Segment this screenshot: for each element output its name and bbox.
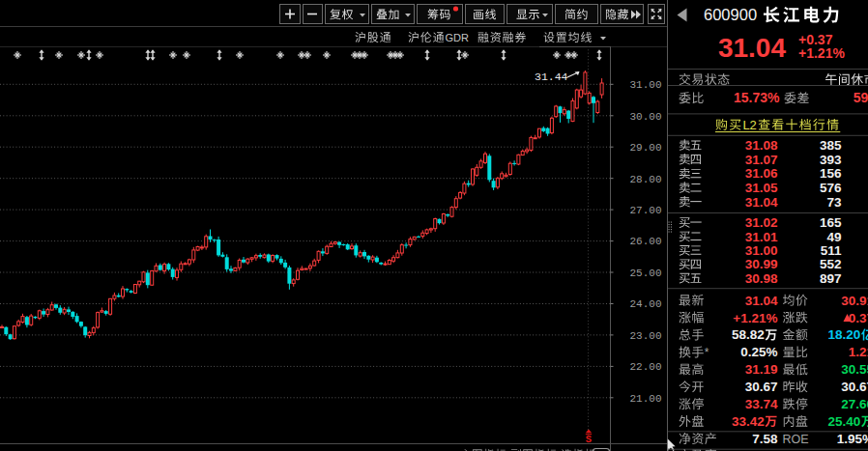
svg-text:31.02: 31.02 — [745, 215, 778, 230]
svg-text:31.01: 31.01 — [745, 230, 778, 244]
svg-text:25.40: 25.40 — [828, 414, 861, 429]
svg-text:24.00: 24.00 — [629, 298, 661, 310]
svg-text:30.98: 30.98 — [745, 271, 778, 286]
svg-text:33.74: 33.74 — [745, 397, 778, 411]
svg-text:L2: L2 — [742, 118, 756, 132]
svg-text:7.58: 7.58 — [752, 432, 778, 446]
svg-text:31.04: 31.04 — [745, 195, 778, 210]
svg-text:+1.21%: +1.21% — [733, 311, 777, 325]
svg-text:30.91: 30.91 — [841, 294, 868, 308]
svg-text:58.82: 58.82 — [732, 327, 765, 342]
svg-text:S: S — [586, 434, 592, 445]
svg-text:31.07: 31.07 — [745, 153, 778, 167]
svg-text:393: 393 — [820, 153, 842, 167]
svg-text:29.00: 29.00 — [629, 142, 661, 154]
svg-text:49: 49 — [826, 230, 841, 244]
svg-text:27.60: 27.60 — [841, 397, 868, 411]
svg-text:*: * — [705, 346, 709, 359]
svg-text:156: 156 — [820, 166, 842, 181]
svg-text:30.67: 30.67 — [745, 380, 778, 394]
svg-text:18.20: 18.20 — [828, 327, 861, 342]
svg-text:31.44: 31.44 — [535, 70, 568, 83]
svg-text:31.04: 31.04 — [718, 33, 786, 63]
svg-text:31.00: 31.00 — [745, 243, 778, 258]
svg-text:576: 576 — [820, 181, 842, 195]
svg-text:552: 552 — [820, 257, 842, 271]
svg-text:30.99: 30.99 — [745, 257, 778, 271]
svg-text:385: 385 — [820, 138, 842, 153]
svg-text:30.67: 30.67 — [841, 380, 868, 394]
svg-text:0.37: 0.37 — [849, 311, 868, 325]
svg-text:165: 165 — [820, 215, 842, 230]
svg-text:33.42: 33.42 — [732, 414, 765, 429]
svg-text:25.00: 25.00 — [629, 268, 661, 279]
svg-text:897: 897 — [820, 271, 842, 286]
svg-text:23.00: 23.00 — [629, 330, 661, 342]
svg-text:15.73%: 15.73% — [734, 90, 780, 105]
svg-text:31.08: 31.08 — [745, 138, 778, 153]
svg-text:31.00: 31.00 — [629, 79, 661, 91]
svg-text:28.00: 28.00 — [629, 174, 661, 185]
svg-text:73: 73 — [826, 195, 842, 210]
svg-text:26.00: 26.00 — [629, 236, 661, 247]
svg-text:593: 593 — [854, 90, 868, 105]
svg-text:22.00: 22.00 — [629, 361, 661, 373]
svg-text:31.04: 31.04 — [745, 294, 778, 308]
svg-text:GDR: GDR — [445, 32, 469, 43]
svg-text:31.06: 31.06 — [745, 166, 778, 181]
svg-text:511: 511 — [821, 243, 842, 258]
svg-text:31.19: 31.19 — [745, 362, 778, 377]
svg-text:+1.21%: +1.21% — [798, 45, 845, 61]
svg-text:21.00: 21.00 — [629, 393, 661, 405]
svg-text:27.00: 27.00 — [629, 205, 661, 216]
svg-text:30.55: 30.55 — [841, 362, 868, 377]
svg-text:600900: 600900 — [704, 6, 757, 23]
svg-text:30.00: 30.00 — [629, 111, 661, 123]
svg-text:ROE: ROE — [783, 433, 809, 446]
svg-text:1.95%: 1.95% — [837, 432, 868, 446]
svg-text:31.05: 31.05 — [745, 181, 778, 195]
svg-text:0.25%: 0.25% — [740, 345, 777, 359]
svg-text:1.21: 1.21 — [849, 345, 868, 359]
